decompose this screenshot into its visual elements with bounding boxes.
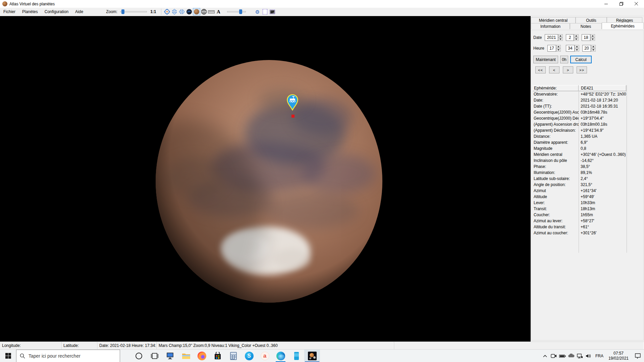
menu-planetes[interactable]: Planètes [19, 8, 41, 15]
row-label: Altitude du transit: [533, 225, 579, 229]
your-phone-button[interactable] [288, 350, 304, 362]
step-back-button[interactable]: < [549, 66, 559, 73]
step-buttons-row: << < > >> [535, 66, 590, 73]
meet-now-icon[interactable] [549, 350, 558, 362]
spin-up-button[interactable] [575, 45, 579, 48]
taskbar-search-input[interactable]: Taper ici pour rechercher [16, 350, 120, 362]
settings-gear-icon[interactable]: ⚙ [254, 8, 261, 15]
tab-ephemerides[interactable]: Ephémérides [602, 22, 644, 29]
brightness-slider[interactable] [227, 9, 246, 14]
flip-horizontal-icon[interactable] [178, 8, 185, 15]
volume-icon[interactable] [584, 350, 593, 362]
spin-down-button[interactable] [574, 38, 579, 41]
close-button[interactable] [629, 0, 644, 8]
panel-tabs: Méridien central Outils Réglages Informa… [531, 17, 644, 29]
row-value: +59°49' [579, 194, 626, 199]
row-label: Geocentrique(J2000) Déclinaison [533, 116, 579, 121]
status-mars-info: Mars Champ:15,0'' Zoom:0,9 Niveau:1 Viki… [157, 342, 394, 349]
status-longitude: Longitude: [0, 342, 61, 349]
spin-down-button[interactable] [558, 38, 563, 41]
tab-information[interactable]: Information [531, 23, 570, 29]
row-value: DE421 [579, 85, 626, 91]
system-tray: FRA 07:57 19/02/2021 [541, 350, 644, 362]
tab-notes[interactable]: Notes [570, 23, 602, 29]
language-indicator[interactable]: FRA [593, 354, 606, 358]
window-title: Atlas Virtuel des planètes [9, 2, 55, 6]
restore-button[interactable] [614, 0, 629, 8]
spin-up-button[interactable] [574, 34, 579, 38]
zoom-slider[interactable] [120, 9, 147, 14]
calcul-button[interactable]: Calcul [570, 56, 592, 63]
cortana-button[interactable] [131, 350, 147, 362]
0h-button[interactable]: 0h [560, 56, 568, 63]
row-label: Latitude sub-solaire: [533, 176, 579, 181]
minute-spinner[interactable]: 34 [566, 45, 579, 52]
maintenant-button[interactable]: Maintenant [533, 56, 558, 63]
menu-fichier[interactable]: Fichier [0, 8, 19, 15]
action-center-icon[interactable] [631, 350, 644, 362]
date-label: Date [533, 35, 545, 40]
onedrive-icon[interactable] [567, 350, 576, 362]
screenshot-icon[interactable] [269, 8, 276, 15]
ruler-icon[interactable] [208, 8, 215, 15]
planet-viewport[interactable] [0, 16, 531, 342]
spin-up-button[interactable] [556, 45, 561, 48]
remote-desktop-button[interactable] [162, 350, 178, 362]
battery-icon[interactable] [558, 350, 567, 362]
date-year-spinner[interactable]: 2021 [545, 34, 563, 41]
skype-button[interactable]: S [241, 350, 257, 362]
task-view-button[interactable] [147, 350, 162, 362]
clock[interactable]: 07:57 19/02/2021 [606, 351, 631, 361]
minimize-button[interactable] [599, 0, 614, 8]
firefox-button[interactable] [194, 350, 210, 362]
hour-spinner[interactable]: 17 [547, 45, 561, 52]
globe-grid-icon[interactable] [200, 8, 208, 15]
row-label: (Apparent) Ascension droite: [533, 122, 579, 127]
network-icon[interactable] [576, 350, 584, 362]
microsoft-store-button[interactable] [210, 350, 225, 362]
red-square-marker [291, 115, 294, 118]
date-month-spinner[interactable]: 2 [566, 34, 579, 41]
mars-render [0, 16, 531, 342]
row-label: Méridien central [533, 152, 579, 157]
spin-down-button[interactable] [556, 48, 561, 52]
spin-down-button[interactable] [590, 38, 595, 41]
spin-up-button[interactable] [590, 34, 595, 38]
audible-button[interactable]: a [257, 350, 273, 362]
date-day-spinner[interactable]: 18 [582, 34, 595, 41]
row-value: 03h16m48.78s [579, 110, 626, 115]
step-forward-button[interactable]: > [563, 66, 573, 73]
spin-up-button[interactable] [558, 34, 563, 38]
calculator-button[interactable] [225, 350, 241, 362]
chevron-up-icon[interactable] [541, 350, 549, 362]
task-view-icon [151, 352, 158, 360]
spin-up-button[interactable] [591, 45, 596, 48]
tab-meridien-central[interactable]: Méridien central [531, 17, 576, 23]
row-value: +161°34' [579, 188, 626, 193]
menu-configuration[interactable]: Configuration [41, 8, 72, 15]
row-value: 6,9" [579, 140, 626, 145]
new-document-icon[interactable] [261, 8, 269, 15]
start-button[interactable] [0, 350, 16, 362]
microsoft-edge-button[interactable] [273, 350, 288, 362]
flip-vertical-icon[interactable] [171, 8, 178, 15]
spin-down-button[interactable] [591, 48, 596, 52]
step-forward-fast-button[interactable]: >> [577, 66, 587, 73]
row-label: Geocentrique(J2000) Ascension [533, 110, 579, 115]
file-explorer-button[interactable] [178, 350, 194, 362]
atlas-app-button[interactable] [304, 350, 320, 362]
step-back-fast-button[interactable]: << [535, 66, 546, 73]
target-icon[interactable] [163, 8, 171, 15]
text-label-icon[interactable]: A [215, 8, 222, 15]
planet-texture-icon[interactable] [193, 8, 200, 15]
menu-aide[interactable]: Aide [72, 8, 87, 15]
remote-desktop-icon [166, 352, 175, 360]
table-row: (Apparent) Ascension droite: 03h18m00.18… [533, 121, 642, 127]
table-row: Phase: 38,5° [533, 164, 642, 170]
row-value: +302°46' (+Ouest 0..360) [579, 152, 626, 157]
spin-down-button[interactable] [575, 48, 579, 52]
windows-logo-icon [5, 353, 11, 359]
second-spinner[interactable]: 20 [582, 45, 596, 52]
planet-view-icon[interactable] [185, 8, 193, 15]
status-bar: Longitude: Latitude: Date: 2021-02-18 He… [0, 342, 644, 349]
